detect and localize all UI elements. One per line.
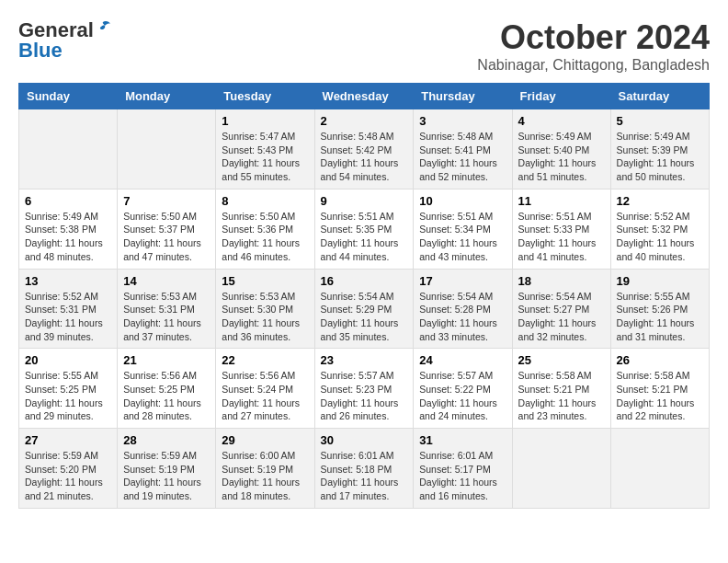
- calendar-week-row: 20Sunrise: 5:55 AM Sunset: 5:25 PM Dayli…: [19, 349, 710, 429]
- calendar-cell: 8Sunrise: 5:50 AM Sunset: 5:36 PM Daylig…: [216, 189, 314, 269]
- cell-content: Sunrise: 5:54 AM Sunset: 5:27 PM Dayligh…: [518, 290, 605, 344]
- calendar-cell: 28Sunrise: 5:59 AM Sunset: 5:19 PM Dayli…: [118, 429, 216, 509]
- day-number: 26: [617, 353, 703, 367]
- calendar-week-row: 13Sunrise: 5:52 AM Sunset: 5:31 PM Dayli…: [19, 269, 710, 349]
- day-number: 21: [123, 353, 210, 367]
- day-number: 19: [617, 274, 703, 288]
- logo-bird-icon: [96, 20, 110, 33]
- calendar-cell: 29Sunrise: 6:00 AM Sunset: 5:19 PM Dayli…: [216, 429, 314, 509]
- cell-content: Sunrise: 5:56 AM Sunset: 5:25 PM Dayligh…: [123, 369, 210, 423]
- calendar-cell: 9Sunrise: 5:51 AM Sunset: 5:35 PM Daylig…: [314, 189, 414, 269]
- cell-content: Sunrise: 5:57 AM Sunset: 5:22 PM Dayligh…: [419, 369, 506, 423]
- day-number: 9: [321, 194, 408, 208]
- calendar-cell: 30Sunrise: 6:01 AM Sunset: 5:18 PM Dayli…: [314, 429, 414, 509]
- calendar-cell: 31Sunrise: 6:01 AM Sunset: 5:17 PM Dayli…: [414, 429, 512, 509]
- calendar-cell: 14Sunrise: 5:53 AM Sunset: 5:31 PM Dayli…: [118, 269, 216, 349]
- calendar-cell: 18Sunrise: 5:54 AM Sunset: 5:27 PM Dayli…: [512, 269, 610, 349]
- cell-content: Sunrise: 5:58 AM Sunset: 5:21 PM Dayligh…: [617, 369, 703, 423]
- header-row: SundayMondayTuesdayWednesdayThursdayFrid…: [19, 84, 710, 109]
- day-number: 2: [321, 114, 408, 128]
- day-number: 28: [123, 433, 210, 447]
- day-number: 8: [222, 194, 308, 208]
- cell-content: Sunrise: 5:50 AM Sunset: 5:37 PM Dayligh…: [123, 210, 210, 264]
- calendar-cell: 25Sunrise: 5:58 AM Sunset: 5:21 PM Dayli…: [512, 349, 610, 429]
- header-day: Wednesday: [314, 84, 414, 109]
- cell-content: Sunrise: 5:51 AM Sunset: 5:35 PM Dayligh…: [321, 210, 408, 264]
- calendar-cell: 4Sunrise: 5:49 AM Sunset: 5:40 PM Daylig…: [512, 109, 610, 190]
- cell-content: Sunrise: 5:48 AM Sunset: 5:41 PM Dayligh…: [419, 130, 506, 184]
- calendar-cell: 6Sunrise: 5:49 AM Sunset: 5:38 PM Daylig…: [19, 189, 118, 269]
- day-number: 4: [518, 114, 605, 128]
- day-number: 12: [617, 194, 703, 208]
- cell-content: Sunrise: 5:51 AM Sunset: 5:33 PM Dayligh…: [518, 210, 605, 264]
- cell-content: Sunrise: 5:49 AM Sunset: 5:38 PM Dayligh…: [25, 210, 111, 264]
- calendar-cell: [512, 429, 610, 509]
- calendar-cell: 10Sunrise: 5:51 AM Sunset: 5:34 PM Dayli…: [414, 189, 512, 269]
- calendar-cell: 26Sunrise: 5:58 AM Sunset: 5:21 PM Dayli…: [610, 349, 709, 429]
- calendar-header: SundayMondayTuesdayWednesdayThursdayFrid…: [19, 84, 710, 109]
- header-day: Sunday: [19, 84, 118, 109]
- page-header: General Blue October 2024 Nabinagar, Chi…: [18, 18, 710, 74]
- calendar-cell: 12Sunrise: 5:52 AM Sunset: 5:32 PM Dayli…: [610, 189, 709, 269]
- cell-content: Sunrise: 5:47 AM Sunset: 5:43 PM Dayligh…: [222, 130, 308, 184]
- header-day: Friday: [512, 84, 610, 109]
- calendar-cell: 20Sunrise: 5:55 AM Sunset: 5:25 PM Dayli…: [19, 349, 118, 429]
- cell-content: Sunrise: 5:59 AM Sunset: 5:19 PM Dayligh…: [123, 449, 210, 503]
- day-number: 15: [222, 274, 308, 288]
- cell-content: Sunrise: 5:54 AM Sunset: 5:29 PM Dayligh…: [321, 290, 408, 344]
- day-number: 17: [419, 274, 506, 288]
- day-number: 3: [419, 114, 506, 128]
- day-number: 7: [123, 194, 210, 208]
- header-day: Saturday: [610, 84, 709, 109]
- location-title: Nabinagar, Chittagong, Bangladesh: [477, 57, 710, 74]
- cell-content: Sunrise: 5:57 AM Sunset: 5:23 PM Dayligh…: [321, 369, 408, 423]
- cell-content: Sunrise: 5:48 AM Sunset: 5:42 PM Dayligh…: [321, 130, 408, 184]
- day-number: 18: [518, 274, 605, 288]
- day-number: 1: [222, 114, 308, 128]
- calendar-cell: 21Sunrise: 5:56 AM Sunset: 5:25 PM Dayli…: [118, 349, 216, 429]
- calendar-cell: [610, 429, 709, 509]
- cell-content: Sunrise: 5:49 AM Sunset: 5:39 PM Dayligh…: [617, 130, 703, 184]
- calendar-cell: 13Sunrise: 5:52 AM Sunset: 5:31 PM Dayli…: [19, 269, 118, 349]
- calendar-cell: 19Sunrise: 5:55 AM Sunset: 5:26 PM Dayli…: [610, 269, 709, 349]
- cell-content: Sunrise: 6:00 AM Sunset: 5:19 PM Dayligh…: [222, 449, 308, 503]
- calendar-table: SundayMondayTuesdayWednesdayThursdayFrid…: [18, 83, 710, 509]
- day-number: 29: [222, 433, 308, 447]
- cell-content: Sunrise: 5:52 AM Sunset: 5:32 PM Dayligh…: [617, 210, 703, 264]
- calendar-cell: [19, 109, 118, 190]
- cell-content: Sunrise: 5:58 AM Sunset: 5:21 PM Dayligh…: [518, 369, 605, 423]
- calendar-week-row: 1Sunrise: 5:47 AM Sunset: 5:43 PM Daylig…: [19, 109, 710, 190]
- calendar-cell: 23Sunrise: 5:57 AM Sunset: 5:23 PM Dayli…: [314, 349, 414, 429]
- cell-content: Sunrise: 5:53 AM Sunset: 5:30 PM Dayligh…: [222, 290, 308, 344]
- calendar-cell: 16Sunrise: 5:54 AM Sunset: 5:29 PM Dayli…: [314, 269, 414, 349]
- cell-content: Sunrise: 5:51 AM Sunset: 5:34 PM Dayligh…: [419, 210, 506, 264]
- header-day: Thursday: [414, 84, 512, 109]
- day-number: 25: [518, 353, 605, 367]
- cell-content: Sunrise: 5:55 AM Sunset: 5:26 PM Dayligh…: [617, 290, 703, 344]
- day-number: 23: [321, 353, 408, 367]
- calendar-cell: 22Sunrise: 5:56 AM Sunset: 5:24 PM Dayli…: [216, 349, 314, 429]
- cell-content: Sunrise: 5:50 AM Sunset: 5:36 PM Dayligh…: [222, 210, 308, 264]
- day-number: 22: [222, 353, 308, 367]
- calendar-cell: 27Sunrise: 5:59 AM Sunset: 5:20 PM Dayli…: [19, 429, 118, 509]
- calendar-cell: 7Sunrise: 5:50 AM Sunset: 5:37 PM Daylig…: [118, 189, 216, 269]
- calendar-week-row: 6Sunrise: 5:49 AM Sunset: 5:38 PM Daylig…: [19, 189, 710, 269]
- calendar-week-row: 27Sunrise: 5:59 AM Sunset: 5:20 PM Dayli…: [19, 429, 710, 509]
- day-number: 13: [25, 274, 111, 288]
- day-number: 5: [617, 114, 703, 128]
- day-number: 16: [321, 274, 408, 288]
- logo: General Blue: [18, 18, 94, 63]
- logo-general: General: [18, 18, 94, 41]
- day-number: 30: [321, 433, 408, 447]
- day-number: 10: [419, 194, 506, 208]
- cell-content: Sunrise: 5:54 AM Sunset: 5:28 PM Dayligh…: [419, 290, 506, 344]
- cell-content: Sunrise: 6:01 AM Sunset: 5:17 PM Dayligh…: [419, 449, 506, 503]
- cell-content: Sunrise: 5:56 AM Sunset: 5:24 PM Dayligh…: [222, 369, 308, 423]
- cell-content: Sunrise: 5:49 AM Sunset: 5:40 PM Dayligh…: [518, 130, 605, 184]
- calendar-cell: 24Sunrise: 5:57 AM Sunset: 5:22 PM Dayli…: [414, 349, 512, 429]
- day-number: 24: [419, 353, 506, 367]
- cell-content: Sunrise: 5:53 AM Sunset: 5:31 PM Dayligh…: [123, 290, 210, 344]
- calendar-body: 1Sunrise: 5:47 AM Sunset: 5:43 PM Daylig…: [19, 109, 710, 509]
- calendar-cell: 3Sunrise: 5:48 AM Sunset: 5:41 PM Daylig…: [414, 109, 512, 190]
- cell-content: Sunrise: 6:01 AM Sunset: 5:18 PM Dayligh…: [321, 449, 408, 503]
